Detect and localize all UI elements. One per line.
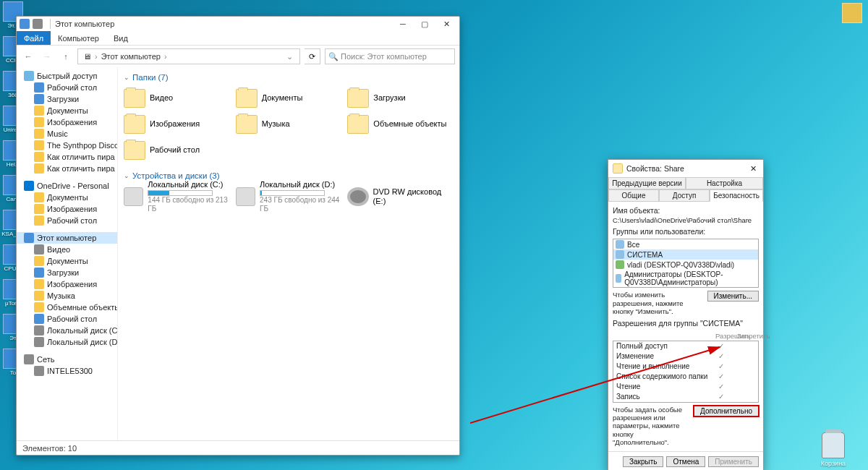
folder-item[interactable]: Изображения xyxy=(122,112,231,137)
advanced-button[interactable]: Дополнительно xyxy=(694,406,759,416)
folder-item[interactable]: Видео xyxy=(122,86,231,111)
permission-row: Чтение и выполнение✓ xyxy=(613,362,758,372)
drive-icon xyxy=(236,187,255,206)
sidebar-item[interactable]: The Synthpop Disco xyxy=(17,140,117,151)
address-bar: ← → ↑ 🖥 › Этот компьютер › ⌄ ⟳ 🔍 Поиск: … xyxy=(17,46,459,67)
sidebar-item[interactable]: Изображения xyxy=(17,116,117,128)
folder-icon xyxy=(347,89,369,108)
tab-security[interactable]: Безопасность xyxy=(710,189,763,202)
recycle-bin[interactable]: Корзина xyxy=(816,432,851,467)
sidebar-item[interactable]: Рабочий стол xyxy=(17,215,117,226)
col-allow: Разрешить xyxy=(715,332,737,340)
sidebar-item[interactable]: Как отличить пира xyxy=(17,163,117,174)
close-dialog-button[interactable]: Закрыть xyxy=(623,456,664,467)
titlebar[interactable]: Этот компьютер ─ ▢ ✕ xyxy=(17,17,459,31)
sidebar-quick-access[interactable]: Быстрый доступ xyxy=(17,70,117,82)
col-deny: Запретить xyxy=(737,332,759,340)
sidebar-item[interactable]: Загрузки xyxy=(17,267,117,278)
permission-row: Запись✓ xyxy=(613,392,758,402)
breadcrumb-item[interactable]: Этот компьютер xyxy=(99,52,163,61)
search-placeholder: Поиск: Этот компьютер xyxy=(341,52,427,61)
sidebar-item[interactable]: Документы xyxy=(17,192,117,203)
up-button[interactable]: ↑ xyxy=(59,49,73,64)
sidebar-item[interactable]: Рабочий стол xyxy=(17,82,117,93)
sidebar-item[interactable]: Загрузки xyxy=(17,93,117,105)
sidebar-item[interactable]: Изображения xyxy=(17,203,117,215)
sidebar-item[interactable]: INTELE5300 xyxy=(17,365,117,377)
breadcrumb[interactable]: 🖥 › Этот компьютер › ⌄ xyxy=(77,48,300,64)
ribbon-tabs: Файл Компьютер Вид xyxy=(17,31,459,46)
drive-icon xyxy=(347,187,368,206)
folder-item[interactable]: Загрузки xyxy=(346,86,455,111)
drive-item[interactable]: DVD RW дисковод (E:) xyxy=(346,184,455,209)
change-hint: Чтобы изменить разрешения, нажмите кнопк… xyxy=(613,291,705,315)
window-title: Этот компьютер xyxy=(55,20,393,28)
folder-item[interactable]: Рабочий стол xyxy=(122,138,231,163)
user-row[interactable]: vladi (DESKTOP-Q0V338D\vladi) xyxy=(613,260,758,270)
tab-customize[interactable]: Настройка xyxy=(686,177,763,189)
sidebar-item[interactable]: Локальный диск (D:) xyxy=(17,336,117,348)
folder-icon xyxy=(124,141,145,160)
change-button[interactable]: Изменить... xyxy=(707,291,759,302)
sidebar-item[interactable]: Видео xyxy=(17,244,117,255)
tab-prev-versions[interactable]: Предыдущие версии xyxy=(608,177,686,189)
tab-general[interactable]: Общие xyxy=(608,189,659,202)
user-row[interactable]: Администраторы (DESKTOP-Q0V338D\Админист… xyxy=(613,270,758,287)
cancel-button[interactable]: Отмена xyxy=(666,456,705,467)
folder-item[interactable]: Музыка xyxy=(234,112,344,137)
user-list[interactable]: Все СИСТЕМА vladi (DESKTOP-Q0V338D\vladi… xyxy=(613,239,759,288)
recycle-icon xyxy=(822,432,845,458)
permissions-list: Полный доступ✓Изменение✓Чтение и выполне… xyxy=(613,341,759,403)
refresh-button[interactable]: ⟳ xyxy=(305,48,320,64)
folder-item[interactable]: Документы xyxy=(234,86,344,111)
tab-file[interactable]: Файл xyxy=(17,31,51,45)
user-row[interactable]: Все xyxy=(613,239,758,249)
sidebar-item[interactable]: Локальный диск (C:) xyxy=(17,325,117,336)
status-bar: Элементов: 10 xyxy=(17,440,459,455)
sidebar: Быстрый доступ Рабочий стол Загрузки Док… xyxy=(17,67,118,440)
maximize-button[interactable]: ▢ xyxy=(414,17,435,30)
close-button[interactable]: ✕ xyxy=(747,164,759,173)
folder-icon xyxy=(236,115,258,134)
tab-view[interactable]: Вид xyxy=(106,31,135,45)
app-icon xyxy=(20,19,30,29)
desktop-icon[interactable] xyxy=(839,3,865,35)
perms-label: Разрешения для группы "СИСТЕМА" xyxy=(613,319,759,328)
object-label: Имя объекта: xyxy=(613,206,660,215)
sidebar-item[interactable]: Объемные объекты xyxy=(17,302,117,313)
folder-icon xyxy=(613,163,623,174)
forward-button[interactable]: → xyxy=(40,49,54,64)
recycle-label: Корзина xyxy=(821,460,846,467)
drive-item[interactable]: Локальный диск (C:)144 ГБ свободно из 21… xyxy=(122,184,231,209)
sidebar-onedrive[interactable]: OneDrive - Personal xyxy=(17,180,117,192)
apply-button[interactable]: Применить xyxy=(708,456,759,467)
dialog-titlebar[interactable]: Свойства: Share ✕ xyxy=(608,160,763,177)
sidebar-item[interactable]: Music xyxy=(17,128,117,140)
check-icon: ✓ xyxy=(710,342,732,350)
user-row[interactable]: СИСТЕМА xyxy=(613,249,758,260)
back-button[interactable]: ← xyxy=(21,49,35,64)
pc-icon xyxy=(33,19,43,29)
sidebar-item[interactable]: Документы xyxy=(17,255,117,267)
tab-sharing[interactable]: Доступ xyxy=(659,189,710,202)
permission-row: Изменение✓ xyxy=(613,351,758,362)
sidebar-item[interactable]: Изображения xyxy=(17,278,117,290)
sidebar-item[interactable]: Музыка xyxy=(17,290,117,302)
dropdown-icon[interactable]: ⌄ xyxy=(282,49,297,64)
sidebar-this-pc[interactable]: Этот компьютер xyxy=(17,232,117,244)
dialog-title: Свойства: Share xyxy=(626,164,747,173)
drive-item[interactable]: Локальный диск (D:)243 ГБ свободно из 24… xyxy=(234,184,344,209)
search-input[interactable]: 🔍 Поиск: Этот компьютер xyxy=(325,48,455,64)
tab-computer[interactable]: Компьютер xyxy=(51,31,106,45)
minimize-button[interactable]: ─ xyxy=(393,17,413,30)
close-button[interactable]: ✕ xyxy=(436,17,456,30)
sidebar-item[interactable]: Документы xyxy=(17,105,117,116)
folder-item[interactable]: Объемные объекты xyxy=(346,112,455,137)
sidebar-item[interactable]: Как отличить пира xyxy=(17,151,117,163)
group-folders-header[interactable]: ⌄Папки (7) xyxy=(122,70,455,86)
groups-label: Группы или пользователи: xyxy=(613,227,759,236)
drive-icon xyxy=(124,187,143,206)
content-pane: ⌄Папки (7) ВидеоДокументыЗагрузкиИзображ… xyxy=(118,67,459,440)
sidebar-network[interactable]: Сеть xyxy=(17,354,117,365)
sidebar-item[interactable]: Рабочий стол xyxy=(17,313,117,325)
